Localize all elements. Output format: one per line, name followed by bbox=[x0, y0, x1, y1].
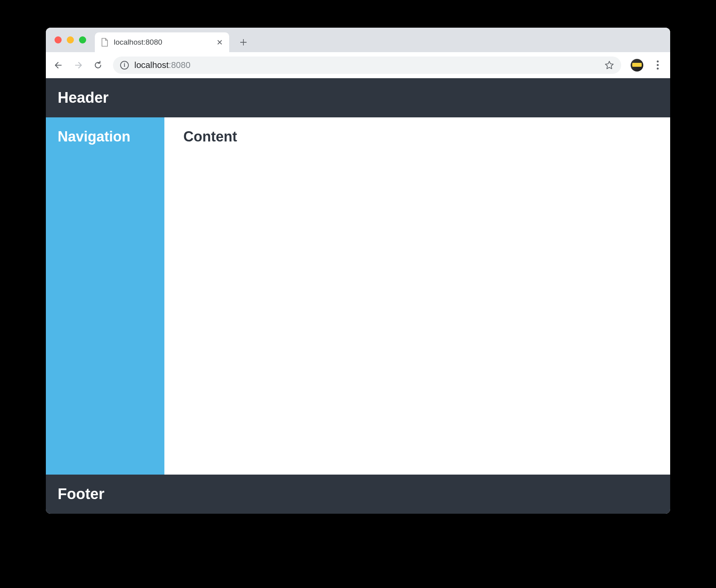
new-tab-button[interactable] bbox=[236, 34, 251, 50]
tab-strip: localhost:8080 bbox=[46, 28, 670, 52]
browser-window: localhost:8080 bbox=[46, 28, 670, 514]
page-content: Content bbox=[164, 117, 670, 475]
profile-avatar[interactable] bbox=[631, 59, 643, 72]
browser-menu-button[interactable] bbox=[650, 57, 665, 73]
window-minimize-button[interactable] bbox=[67, 36, 74, 43]
bookmark-star-icon[interactable] bbox=[605, 60, 614, 70]
header-title: Header bbox=[58, 89, 109, 106]
url-port: :8080 bbox=[169, 60, 190, 70]
url-host: localhost bbox=[134, 60, 169, 70]
page-footer: Footer bbox=[46, 475, 670, 514]
page-body: Navigation Content bbox=[46, 117, 670, 475]
forward-button[interactable] bbox=[70, 57, 86, 73]
address-bar[interactable]: i localhost:8080 bbox=[113, 57, 621, 74]
back-button[interactable] bbox=[51, 57, 66, 73]
site-info-icon[interactable]: i bbox=[120, 61, 129, 70]
navigation-title: Navigation bbox=[58, 128, 130, 145]
window-controls bbox=[55, 36, 86, 43]
window-maximize-button[interactable] bbox=[79, 36, 86, 43]
content-title: Content bbox=[183, 128, 237, 145]
file-icon bbox=[100, 38, 109, 47]
page-header: Header bbox=[46, 78, 670, 117]
tab-close-button[interactable] bbox=[216, 38, 224, 46]
browser-tab[interactable]: localhost:8080 bbox=[95, 32, 229, 52]
tab-title: localhost:8080 bbox=[114, 38, 211, 47]
footer-title: Footer bbox=[58, 486, 104, 502]
reload-button[interactable] bbox=[90, 57, 106, 73]
page-viewport: Header Navigation Content Footer bbox=[46, 78, 670, 514]
window-close-button[interactable] bbox=[55, 36, 62, 43]
page-navigation: Navigation bbox=[46, 117, 164, 475]
url-text: localhost:8080 bbox=[134, 60, 190, 70]
browser-toolbar: i localhost:8080 bbox=[46, 52, 670, 78]
